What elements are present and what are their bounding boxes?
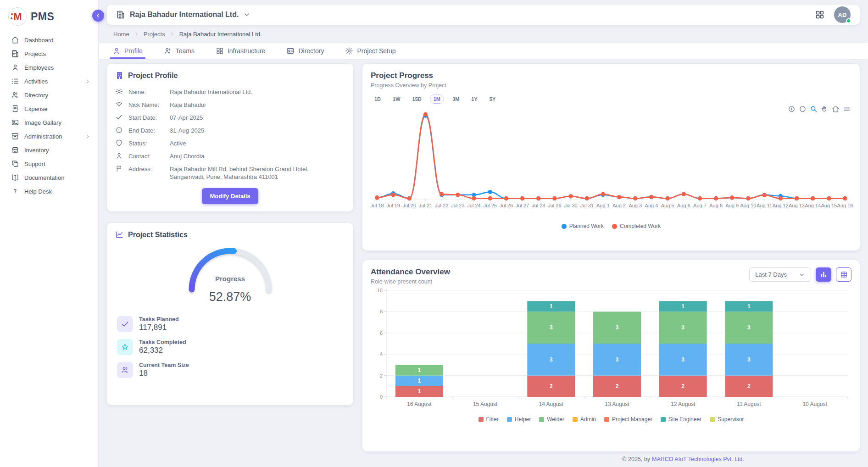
profile-card-header: Project Profile xyxy=(107,64,353,80)
svg-text:2: 2 xyxy=(681,383,684,389)
svg-text:3: 3 xyxy=(616,324,619,331)
svg-text:8: 8 xyxy=(380,309,383,314)
range-button-15d[interactable]: 15D xyxy=(409,95,425,104)
range-button-3m[interactable]: 3M xyxy=(449,95,463,104)
legend-item-supervisor[interactable]: Supervisor xyxy=(710,416,744,423)
image-icon xyxy=(11,118,19,127)
profile-field-contact: Contact: Anuj Chordia xyxy=(115,152,345,160)
legend-item-completed-work[interactable]: Completed Work xyxy=(612,223,661,229)
svg-text:11 August: 11 August xyxy=(737,401,761,407)
range-button-1m[interactable]: 1M xyxy=(430,95,444,104)
user-avatar[interactable]: AD xyxy=(834,6,851,23)
app-root: M PMS Dashboard Projects Employees Activ… xyxy=(0,0,868,467)
stats-card-header: Project Statistics xyxy=(107,223,353,239)
sidebar-collapse-button[interactable] xyxy=(92,10,104,22)
svg-text:Jul 29: Jul 29 xyxy=(548,203,561,208)
copyright-text: © 2025, by xyxy=(622,456,650,462)
sidebar-item-image-gallary[interactable]: Image Gallary xyxy=(0,116,98,129)
breadcrumb-raja-bahadur-international-ltd-: Raja Bahadur International Ltd. xyxy=(179,31,262,38)
legend-dot xyxy=(612,224,617,229)
sidebar-item-projects[interactable]: Projects xyxy=(0,47,98,61)
sidebar-item-inventory[interactable]: Inventory xyxy=(0,143,98,157)
archive-icon xyxy=(11,132,19,140)
sidebar-item-dashboard[interactable]: Dashboard xyxy=(0,33,98,47)
sidebar-item-label: Administration xyxy=(24,133,80,140)
pan-icon[interactable] xyxy=(821,105,829,113)
check-icon xyxy=(115,113,123,121)
chevron-right-icon xyxy=(85,133,91,139)
zoom-in-icon[interactable] xyxy=(788,105,796,113)
modify-details-button[interactable]: Modify Details xyxy=(202,188,258,204)
legend-item-project-manager[interactable]: Project Manager xyxy=(604,416,652,423)
breadcrumb-projects[interactable]: Projects xyxy=(144,31,165,38)
table-view-button[interactable] xyxy=(836,267,851,282)
breadcrumb: HomeProjectsRaja Bahadur International L… xyxy=(107,31,860,38)
legend-item-welder[interactable]: Welder xyxy=(539,416,564,423)
legend-item-planned-work[interactable]: Planned Work xyxy=(562,223,604,229)
sidebar-item-activities[interactable]: Activities xyxy=(0,74,98,88)
svg-text:Aug 15: Aug 15 xyxy=(821,203,837,208)
stats-card-title: Project Statistics xyxy=(128,231,188,239)
svg-text:Aug 13: Aug 13 xyxy=(789,203,805,208)
tab-project-setup[interactable]: Project Setup xyxy=(345,43,395,59)
field-value: Raja Bahadur Mill Rd, behind Sheraton Gr… xyxy=(170,165,339,181)
topbar: Raja Bahadur International Ltd. AD xyxy=(107,5,860,25)
home-icon[interactable] xyxy=(832,105,840,113)
bar-chart-view-button[interactable] xyxy=(816,267,831,282)
progress-line-chart[interactable]: Jul 18Jul 19Jul 20Jul 21Jul 22Jul 23Jul … xyxy=(371,104,851,219)
range-button-5y[interactable]: 5Y xyxy=(486,95,499,104)
magnifier-icon[interactable] xyxy=(810,105,818,113)
gear-icon xyxy=(115,88,123,95)
range-button-1w[interactable]: 1W xyxy=(389,95,404,104)
building-badge-icon xyxy=(115,71,124,80)
book-icon xyxy=(11,173,19,182)
tab-profile[interactable]: Profile xyxy=(112,43,143,59)
legend-swatch xyxy=(710,417,715,422)
tab-infrastructure[interactable]: Infrastructure xyxy=(216,43,265,59)
sidebar-item-administration[interactable]: Administration xyxy=(0,129,98,143)
apps-grid-button[interactable] xyxy=(815,9,826,20)
tab-teams[interactable]: Teams xyxy=(164,43,195,59)
svg-text:1: 1 xyxy=(747,303,751,310)
sidebar-item-help-desk[interactable]: Help Desk xyxy=(0,184,98,198)
svg-text:1: 1 xyxy=(418,367,421,373)
footer: © 2025, by MARCO AIoT Technologies Pvt. … xyxy=(362,451,860,467)
tab-directory[interactable]: Directory xyxy=(286,43,324,59)
app-logo[interactable]: M PMS xyxy=(0,6,98,33)
sidebar-item-directory[interactable]: Directory xyxy=(0,88,98,102)
project-statistics-card: Project Statistics Progress 52.87% Tasks… xyxy=(107,223,353,405)
attendance-bar-chart[interactable]: 024681016 August11115 August14 August233… xyxy=(371,285,851,412)
avatar-initials: AD xyxy=(838,11,847,18)
legend-item-helper[interactable]: Helper xyxy=(507,416,531,423)
sidebar-item-label: Employees xyxy=(24,64,91,71)
range-button-1y[interactable]: 1Y xyxy=(467,95,481,104)
company-selector[interactable]: Raja Bahadur International Ltd. xyxy=(116,10,250,19)
svg-text:1: 1 xyxy=(418,378,421,384)
sidebar-item-employees[interactable]: Employees xyxy=(0,61,98,74)
legend-item-site-engineer[interactable]: Site Engineer xyxy=(661,416,701,423)
stat-value: 62,332 xyxy=(139,346,186,355)
breadcrumb-home[interactable]: Home xyxy=(113,31,129,38)
sidebar-item-label: Documentation xyxy=(24,174,91,181)
svg-text:Aug 7: Aug 7 xyxy=(693,203,707,208)
legend-item-fitter[interactable]: Fitter xyxy=(479,416,499,423)
legend-item-admin[interactable]: Admin xyxy=(573,416,596,423)
footer-company-link[interactable]: MARCO AIoT Technologies Pvt. Ltd. xyxy=(652,456,744,462)
svg-text:1: 1 xyxy=(418,388,421,395)
progress-gauge: Progress 52.87% xyxy=(107,245,353,304)
sidebar-item-documentation[interactable]: Documentation xyxy=(0,171,98,184)
zoom-out-icon[interactable] xyxy=(799,105,807,113)
tab-label: Teams xyxy=(176,47,195,55)
content: Project Profile Name: Raja Bahadur Inter… xyxy=(99,59,868,467)
menu-icon[interactable] xyxy=(843,105,851,113)
svg-text:Jul 30: Jul 30 xyxy=(564,203,577,208)
svg-text:Aug 1: Aug 1 xyxy=(596,203,610,208)
svg-text:13 August: 13 August xyxy=(605,401,629,407)
sidebar-item-label: Inventory xyxy=(24,147,91,154)
sidebar-item-expense[interactable]: Expense xyxy=(0,102,98,116)
sidebar-item-label: Activities xyxy=(24,78,80,85)
sidebar-item-support[interactable]: Support xyxy=(0,157,98,171)
days-filter-select[interactable]: Last 7 Days xyxy=(749,267,811,282)
range-button-1d[interactable]: 1D xyxy=(371,95,384,104)
svg-text:6: 6 xyxy=(380,330,383,336)
